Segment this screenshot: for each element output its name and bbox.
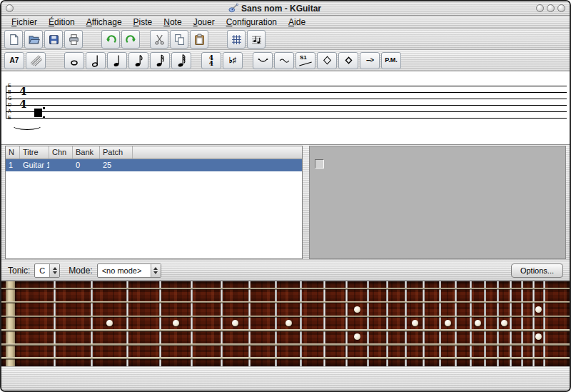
natural-harmonic-button[interactable] bbox=[317, 52, 337, 69]
palm-mute-button[interactable]: P.M. bbox=[381, 52, 401, 69]
new-button[interactable] bbox=[4, 30, 23, 49]
paste-button[interactable] bbox=[190, 30, 208, 49]
statusbar bbox=[1, 366, 570, 391]
cursor-handle bbox=[43, 107, 45, 109]
maximize-button[interactable] bbox=[547, 4, 555, 12]
fret-wire bbox=[497, 281, 499, 366]
fret-wire bbox=[345, 281, 348, 366]
quarter-note-icon bbox=[111, 54, 123, 68]
menu-jouer[interactable]: Jouer bbox=[188, 16, 221, 28]
open-folder-icon bbox=[28, 34, 40, 46]
strings-button[interactable] bbox=[26, 52, 46, 69]
window-buttons bbox=[536, 4, 565, 12]
fret-wire bbox=[323, 281, 325, 366]
menu-piste[interactable]: Piste bbox=[128, 16, 158, 28]
accidental-button[interactable]: ♭♯ bbox=[223, 52, 243, 69]
guitar-string bbox=[1, 316, 570, 317]
artificial-harmonic-diamond-icon bbox=[343, 54, 355, 66]
panel-checkbox[interactable] bbox=[315, 159, 324, 169]
window-title-group: Sans nom - KGuitar bbox=[14, 4, 536, 14]
column-header-titre[interactable]: Titre bbox=[20, 146, 49, 159]
fret-wire bbox=[91, 281, 93, 366]
print-button[interactable] bbox=[64, 30, 83, 49]
slide-button[interactable]: S1 bbox=[295, 52, 315, 69]
tie-arc-icon bbox=[257, 54, 269, 66]
up-arrow-icon bbox=[153, 267, 158, 270]
guitar-string bbox=[1, 343, 570, 346]
note-sixteenth-button[interactable] bbox=[150, 52, 170, 69]
minimize-button[interactable] bbox=[536, 4, 544, 12]
close-button[interactable] bbox=[557, 4, 565, 12]
menu-fichier[interactable]: Fichier bbox=[6, 16, 43, 28]
tonic-select[interactable]: C bbox=[34, 263, 60, 278]
note-half-button[interactable] bbox=[86, 52, 106, 69]
track-properties-panel bbox=[309, 146, 566, 259]
cursor-handle bbox=[43, 116, 45, 119]
tonic-value: C bbox=[35, 264, 49, 277]
note-thirtysecond-button[interactable] bbox=[171, 52, 191, 69]
note-quarter-button[interactable] bbox=[107, 52, 127, 69]
column-header-bank[interactable]: Bank bbox=[73, 146, 100, 159]
column-header-n[interactable]: N bbox=[6, 146, 20, 159]
mode-select[interactable]: <no mode> bbox=[97, 263, 161, 278]
fret-marker-dot bbox=[535, 306, 542, 313]
fretboard-grid-icon bbox=[231, 34, 243, 46]
fret-wire bbox=[405, 281, 407, 366]
arrow-button[interactable]: ---> bbox=[360, 52, 380, 69]
copy-button[interactable] bbox=[170, 30, 188, 49]
redo-button[interactable] bbox=[121, 30, 140, 49]
note-whole-button[interactable] bbox=[64, 52, 84, 69]
menu-configuration[interactable]: Configuration bbox=[221, 16, 283, 28]
music-score-icon bbox=[251, 34, 263, 46]
menu-edition[interactable]: Édition bbox=[43, 16, 81, 28]
column-header-chn[interactable]: Chn bbox=[49, 146, 73, 159]
thirtysecond-note-icon bbox=[176, 54, 187, 68]
kguitar-window: Sans nom - KGuitar Fichier Édition Affic… bbox=[0, 0, 571, 392]
window-title: Sans nom - KGuitar bbox=[241, 4, 321, 14]
accidental-label: ♭♯ bbox=[229, 57, 237, 64]
half-note-icon bbox=[90, 54, 101, 68]
cut-button[interactable] bbox=[150, 30, 168, 49]
panel-splitter[interactable] bbox=[305, 146, 307, 259]
options-button[interactable]: Options... bbox=[511, 263, 563, 278]
menu-aide[interactable]: Aide bbox=[283, 16, 311, 28]
save-button[interactable] bbox=[44, 30, 63, 49]
middle-split: N Titre Chn Bank Patch 1 Guitar 1 0 25 bbox=[1, 145, 570, 261]
tonic-spinner[interactable] bbox=[49, 264, 59, 277]
tab-view-button[interactable] bbox=[227, 30, 246, 49]
up-arrow-icon bbox=[53, 267, 57, 270]
artificial-harmonic-button[interactable] bbox=[338, 52, 358, 69]
fretboard[interactable] bbox=[1, 281, 570, 366]
letring-button[interactable] bbox=[274, 52, 294, 69]
tie-button[interactable] bbox=[253, 52, 273, 69]
string-label: E bbox=[8, 83, 11, 89]
menu-affichage[interactable]: Affichage bbox=[81, 16, 128, 28]
note-eighth-button[interactable] bbox=[128, 52, 148, 69]
new-document-icon bbox=[8, 34, 20, 46]
timesig-button[interactable]: 4 4 bbox=[201, 52, 221, 69]
score-view-button[interactable] bbox=[247, 30, 266, 49]
open-button[interactable] bbox=[24, 30, 43, 49]
window-menu-button[interactable] bbox=[6, 4, 14, 12]
fret-wire bbox=[275, 281, 277, 366]
fret-marker-dot bbox=[354, 333, 360, 340]
staff-line bbox=[6, 111, 567, 112]
titlebar: Sans nom - KGuitar bbox=[1, 1, 570, 16]
string-label: A bbox=[8, 109, 11, 114]
chord-button[interactable]: A7 bbox=[4, 52, 24, 69]
fret-wire bbox=[543, 281, 545, 366]
column-header-patch[interactable]: Patch bbox=[100, 146, 133, 159]
fret-marker-dot bbox=[445, 320, 451, 326]
undo-button[interactable] bbox=[101, 30, 120, 49]
whole-note-icon bbox=[69, 54, 80, 68]
fret-marker-dot bbox=[535, 333, 542, 340]
track-row[interactable]: 1 Guitar 1 0 25 bbox=[6, 159, 302, 171]
mode-spinner[interactable] bbox=[151, 264, 161, 277]
score-area[interactable]: E B G D A E 4 4 bbox=[1, 71, 570, 145]
timesig-glyph: 4 4 bbox=[209, 55, 213, 66]
fret-wire bbox=[386, 281, 388, 366]
menu-note[interactable]: Note bbox=[158, 16, 187, 28]
string-label: D bbox=[8, 102, 11, 108]
fret-marker-dot bbox=[286, 320, 292, 326]
fret-wire bbox=[455, 281, 457, 366]
